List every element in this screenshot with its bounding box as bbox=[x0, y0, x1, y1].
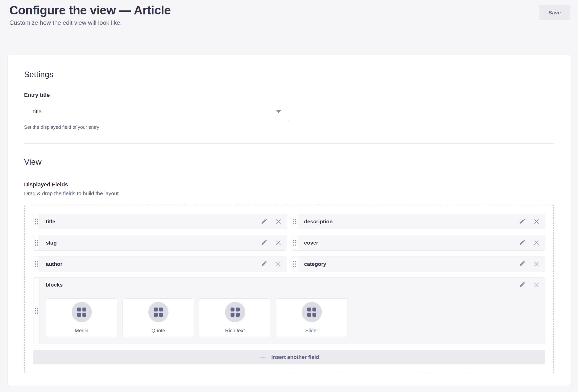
component-grid-icon bbox=[154, 308, 163, 317]
remove-field-button[interactable] bbox=[275, 239, 282, 246]
component-label: Quote bbox=[151, 328, 165, 334]
entry-title-label: Entry title bbox=[24, 92, 554, 99]
section-divider bbox=[24, 143, 554, 144]
insert-another-field-label: Insert another field bbox=[271, 354, 319, 360]
drag-handle-icon[interactable] bbox=[33, 256, 40, 272]
entry-title-hint: Set the displayed field of your entry bbox=[24, 124, 554, 130]
displayed-fields-hint: Drag & drop the fields to build the layo… bbox=[24, 190, 554, 197]
close-icon bbox=[533, 261, 540, 267]
component-label: Media bbox=[75, 328, 88, 334]
component-card-quote: Quote bbox=[122, 298, 194, 337]
component-grid-icon bbox=[77, 308, 86, 317]
component-card-media: Media bbox=[46, 298, 117, 337]
field-row-title[interactable]: title bbox=[33, 214, 287, 229]
drag-handle-icon[interactable] bbox=[292, 235, 298, 250]
remove-field-button[interactable] bbox=[533, 261, 540, 267]
pencil-icon bbox=[519, 282, 525, 288]
field-name: description bbox=[298, 219, 519, 225]
field-row-category[interactable]: category bbox=[292, 256, 545, 272]
field-name: cover bbox=[298, 240, 519, 246]
close-icon bbox=[275, 239, 282, 246]
close-icon bbox=[533, 282, 540, 288]
field-row-author[interactable]: author bbox=[33, 256, 287, 272]
displayed-fields-label: Displayed Fields bbox=[24, 181, 554, 188]
page-title: Configure the view — Article bbox=[9, 3, 570, 18]
entry-title-select-value: title bbox=[33, 108, 276, 115]
edit-field-button[interactable] bbox=[519, 239, 525, 246]
pencil-icon bbox=[519, 218, 525, 225]
component-icon-circle bbox=[148, 302, 169, 322]
close-icon bbox=[533, 218, 540, 225]
field-name: slug bbox=[40, 240, 260, 246]
edit-field-button[interactable] bbox=[519, 218, 525, 225]
component-grid-icon bbox=[307, 308, 316, 317]
component-icon-circle bbox=[225, 302, 245, 322]
drag-handle-icon[interactable] bbox=[33, 278, 40, 344]
component-icon-circle bbox=[72, 302, 92, 322]
field-row-description[interactable]: description bbox=[292, 214, 545, 229]
remove-field-button[interactable] bbox=[275, 218, 282, 225]
remove-field-button[interactable] bbox=[275, 261, 282, 267]
drag-handle-icon[interactable] bbox=[292, 256, 298, 272]
edit-field-button[interactable] bbox=[260, 239, 267, 246]
drag-handle-icon[interactable] bbox=[33, 214, 40, 229]
page-header: Configure the view — Article Customize h… bbox=[0, 0, 578, 27]
fields-dropzone: title description slug bbox=[24, 205, 554, 373]
page-subtitle: Customize how the edit view will look li… bbox=[9, 19, 570, 27]
field-row-slug[interactable]: slug bbox=[33, 235, 287, 251]
edit-field-button[interactable] bbox=[519, 282, 525, 288]
component-card-slider: Slider bbox=[276, 298, 347, 337]
pencil-icon bbox=[519, 239, 525, 246]
field-name: category bbox=[298, 261, 519, 267]
component-label: Rich text bbox=[225, 328, 245, 334]
insert-another-field-button[interactable]: Insert another field bbox=[33, 350, 545, 364]
entry-title-select[interactable]: title bbox=[24, 102, 289, 121]
component-cards: Media Quote Rich text Slider bbox=[46, 298, 545, 337]
remove-field-button[interactable] bbox=[533, 282, 540, 288]
component-grid-icon bbox=[231, 308, 240, 317]
component-icon-circle bbox=[302, 302, 322, 322]
settings-heading: Settings bbox=[24, 69, 554, 79]
remove-field-button[interactable] bbox=[533, 218, 540, 225]
field-name: blocks bbox=[46, 282, 63, 288]
save-button[interactable]: Save bbox=[539, 5, 570, 20]
remove-field-button[interactable] bbox=[533, 239, 540, 246]
field-row-blocks[interactable]: blocks Media Quote bbox=[33, 277, 545, 344]
pencil-icon bbox=[260, 218, 267, 225]
component-card-rich-text: Rich text bbox=[199, 298, 271, 337]
pencil-icon bbox=[519, 261, 525, 267]
view-heading: View bbox=[24, 157, 554, 167]
close-icon bbox=[275, 261, 282, 267]
fields-grid: title description slug bbox=[33, 214, 545, 344]
caret-down-icon bbox=[276, 110, 281, 113]
field-name: author bbox=[40, 261, 260, 267]
close-icon bbox=[275, 218, 282, 225]
configuration-card: Settings Entry title title Set the displ… bbox=[8, 55, 571, 386]
pencil-icon bbox=[260, 239, 267, 246]
edit-field-button[interactable] bbox=[519, 261, 525, 267]
edit-field-button[interactable] bbox=[260, 218, 267, 225]
edit-field-button[interactable] bbox=[260, 261, 267, 267]
plus-icon bbox=[259, 353, 267, 361]
pencil-icon bbox=[260, 261, 267, 267]
field-row-cover[interactable]: cover bbox=[292, 235, 545, 251]
field-name: title bbox=[40, 219, 260, 225]
component-label: Slider bbox=[305, 328, 318, 334]
drag-handle-icon[interactable] bbox=[33, 235, 40, 250]
drag-handle-icon[interactable] bbox=[292, 214, 298, 229]
close-icon bbox=[533, 239, 540, 246]
